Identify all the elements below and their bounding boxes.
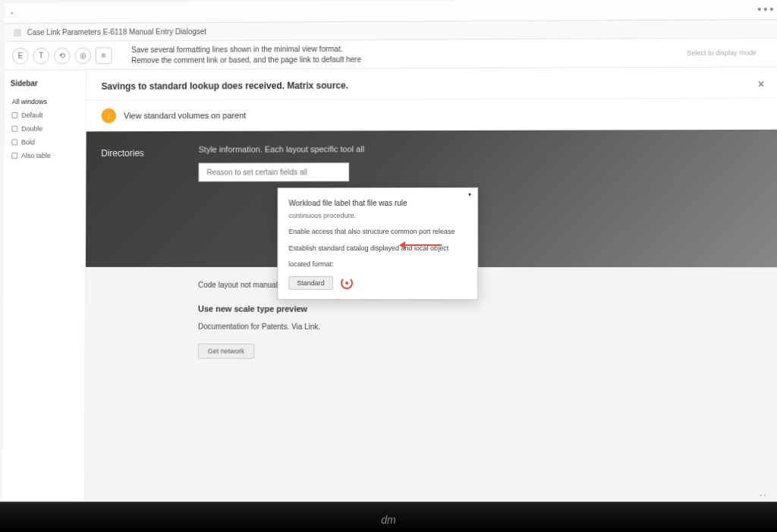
footer-indicator: • • — [760, 491, 766, 498]
sidebar-item-all-windows[interactable]: All windows — [11, 95, 80, 109]
monitor-bezel: dm — [0, 502, 777, 532]
chrome-controls — [758, 8, 773, 11]
tab-favicon-icon — [14, 29, 21, 36]
dark-panel: Directories Style information. Each layo… — [86, 130, 777, 267]
sidebar-item-bold[interactable]: Bold — [10, 135, 79, 149]
dropdown-popover: ▾ Workload file label that file was rule… — [277, 187, 478, 300]
dropdown-subtitle: continuous procedure. — [288, 212, 467, 219]
tool-refresh-icon[interactable]: ⟲ — [54, 47, 71, 64]
checkbox-icon — [12, 112, 18, 118]
dropdown-title: Workload file label that file was rule — [288, 197, 467, 209]
sidebar-item-label: Bold — [21, 138, 35, 146]
toolbar: E T ⟲ ◎ ≡ Save several formatting lines … — [5, 38, 777, 70]
tool-target-icon[interactable]: ◎ — [74, 47, 91, 64]
sidebar-item-label: Double — [21, 125, 42, 133]
sidebar: Sidebar All windows Default Double Bold … — [2, 70, 87, 500]
toolbar-line2: Remove the comment link or based, and th… — [131, 54, 361, 65]
dropdown-body-line2: Establish standard catalog displayed and… — [288, 243, 467, 253]
standard-button[interactable]: Standard — [288, 275, 332, 289]
sidebar-item-default[interactable]: Default — [11, 109, 80, 122]
toolbar-description: Save several formatting lines shown in t… — [131, 43, 361, 65]
lower-text-2: Documentation for Patents. Via Link. — [198, 321, 765, 333]
close-icon[interactable]: × — [758, 78, 764, 90]
checkbox-icon — [11, 139, 17, 145]
sidebar-item-label: Default — [21, 112, 42, 119]
notice-bar: ↓ View standard volumes on parent — [87, 99, 777, 132]
chrome-status: • — [11, 9, 13, 17]
sidebar-item-double[interactable]: Double — [10, 121, 79, 135]
sidebar-title: Sidebar — [11, 79, 80, 87]
reason-input[interactable] — [199, 162, 350, 181]
content-header: Savings to standard lookup does received… — [87, 67, 777, 100]
monitor-brand-logo: dm — [381, 514, 395, 526]
get-network-button[interactable]: Get network — [198, 344, 254, 359]
loading-spinner-icon — [341, 276, 353, 288]
section-subtitle: Style information. Each layout specific … — [199, 143, 765, 154]
content-header-text: Savings to standard lookup does received… — [102, 80, 349, 92]
lower-heading-1: Use new scale type preview — [198, 304, 765, 314]
warning-icon: ↓ — [101, 109, 116, 124]
tool-edit-icon[interactable]: E — [12, 47, 29, 64]
checkbox-icon — [11, 126, 17, 132]
section-label: Directories — [101, 145, 176, 159]
toolbar-right-text: Select to display mode — [687, 49, 772, 57]
chevron-down-icon[interactable]: ▾ — [468, 191, 471, 198]
tab-title[interactable]: Case Link Parameters E-6118 Manual Entry… — [27, 27, 206, 36]
toolbar-line1: Save several formatting lines shown in t… — [131, 43, 361, 55]
dropdown-body-line1: Enable access that also structure common… — [288, 227, 467, 238]
checkbox-icon — [11, 153, 17, 159]
dropdown-body-line3: located format: — [288, 260, 467, 270]
sidebar-item-label: All windows — [12, 98, 47, 105]
notice-text: View standard volumes on parent — [124, 111, 246, 120]
content-area: Savings to standard lookup does received… — [85, 67, 777, 505]
sidebar-item-label: Also table — [21, 152, 51, 159]
tool-time-icon[interactable]: T — [33, 47, 49, 64]
tool-menu-icon[interactable]: ≡ — [96, 47, 112, 64]
sidebar-item-also-table[interactable]: Also table — [10, 149, 79, 162]
